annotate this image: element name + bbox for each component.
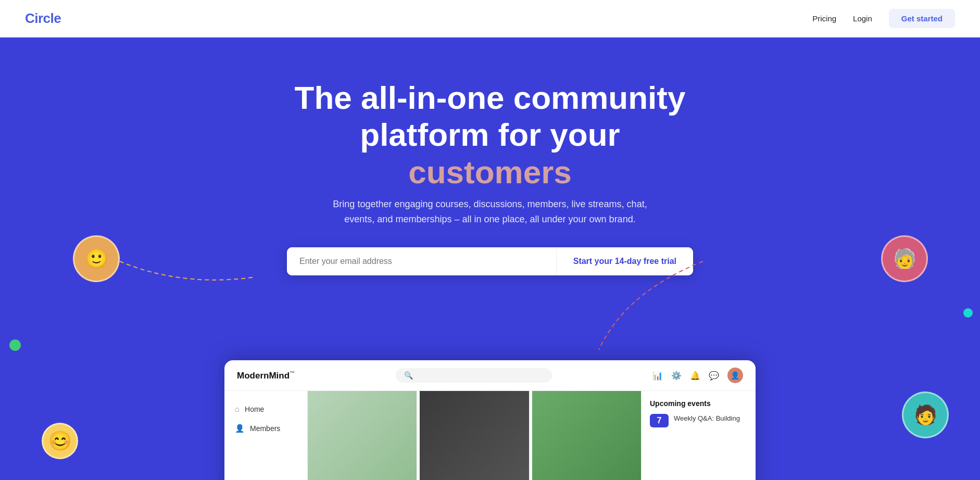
- members-icon: 👤: [235, 424, 245, 433]
- dot-teal-decoration: [963, 308, 973, 318]
- app-topbar: ModernMind™ 🔍 📊 ⚙️ 🔔 💬 👤: [224, 360, 756, 391]
- get-started-button[interactable]: Get started: [889, 9, 955, 28]
- home-icon: ⌂: [235, 405, 240, 413]
- avatar-right: 🧓: [881, 235, 928, 282]
- nav-links: Pricing Login Get started: [812, 9, 955, 28]
- app-top-icons: 📊 ⚙️ 🔔 💬 👤: [652, 368, 743, 383]
- video-person-2: [420, 391, 529, 480]
- user-avatar[interactable]: 👤: [727, 368, 743, 383]
- app-window-mockup: ModernMind™ 🔍 📊 ⚙️ 🔔 💬 👤 ⌂ Home: [224, 360, 756, 480]
- chat-icon: 💬: [709, 371, 719, 381]
- hero-email-form: Start your 14-day free trial: [287, 247, 693, 275]
- bell-icon: 🔔: [690, 371, 700, 381]
- avatar-bottom-right: 🧑: [902, 391, 949, 438]
- video-grid: [308, 391, 641, 480]
- hero-subtitle: Bring together engaging courses, discuss…: [329, 197, 651, 227]
- video-person-1: [308, 391, 417, 480]
- dot-green-decoration: [9, 339, 21, 351]
- sidebar-item-members[interactable]: 👤 Members: [224, 419, 307, 438]
- gear-icon: ⚙️: [671, 371, 682, 381]
- app-main-content: Upcoming events 7 Weekly Q&A: Building: [308, 391, 756, 480]
- pricing-link[interactable]: Pricing: [812, 14, 836, 23]
- avatar-bottom-left: 😊: [42, 423, 78, 459]
- app-search-bar[interactable]: 🔍: [396, 368, 552, 383]
- app-brand: ModernMind™: [237, 370, 295, 381]
- navbar: Circle Pricing Login Get started: [0, 0, 980, 37]
- app-sidebar: ⌂ Home 👤 Members: [224, 391, 308, 480]
- video-person-3: [532, 391, 641, 480]
- event-title: Weekly Q&A: Building: [674, 414, 740, 423]
- avatar-left: 🙂: [73, 235, 120, 282]
- chart-icon: 📊: [652, 371, 663, 381]
- events-panel: Upcoming events 7 Weekly Q&A: Building: [641, 391, 756, 480]
- hero-section: 🙂 🧓 🧑 😊 The all-in-one community platfor…: [0, 37, 980, 480]
- site-logo[interactable]: Circle: [25, 10, 61, 27]
- start-trial-button[interactable]: Start your 14-day free trial: [556, 247, 693, 275]
- login-link[interactable]: Login: [853, 14, 872, 23]
- sidebar-item-home[interactable]: ⌂ Home: [224, 399, 307, 419]
- email-input[interactable]: [287, 247, 556, 275]
- search-icon: 🔍: [404, 371, 413, 380]
- app-body: ⌂ Home 👤 Members: [224, 391, 756, 480]
- event-date-badge: 7: [650, 414, 669, 427]
- app-video-area: [308, 391, 641, 480]
- event-item: 7 Weekly Q&A: Building: [650, 414, 747, 427]
- hero-title: The all-in-one community platform for yo…: [256, 79, 724, 191]
- events-panel-title: Upcoming events: [650, 399, 747, 408]
